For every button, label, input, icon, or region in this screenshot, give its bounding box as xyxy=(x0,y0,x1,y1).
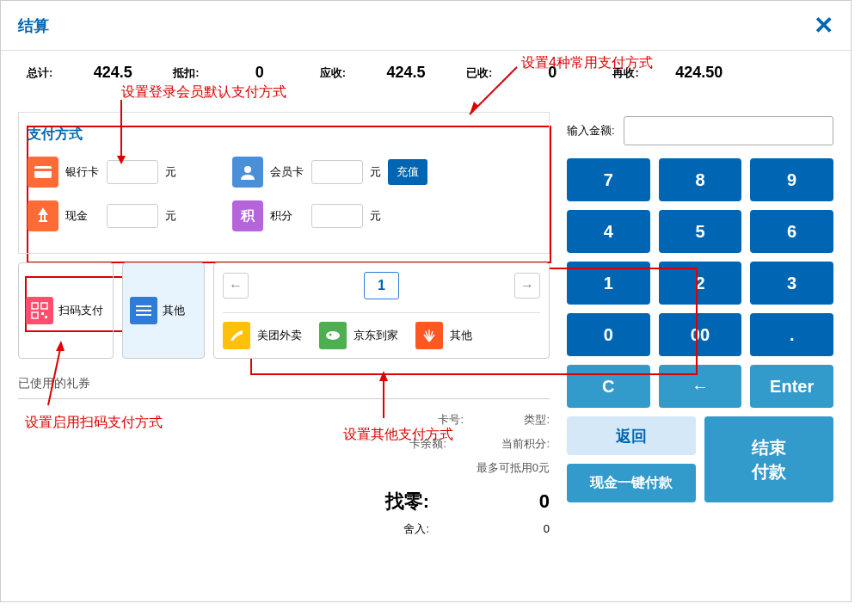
key-7[interactable]: 7 xyxy=(567,158,650,201)
payment-input[interactable] xyxy=(107,204,158,228)
shell-icon xyxy=(415,322,443,349)
back-button[interactable]: 返回 xyxy=(567,416,696,455)
prev-page-button[interactable]: ← xyxy=(223,273,249,299)
key-enter[interactable]: Enter xyxy=(750,365,833,408)
deduct-value: 0 xyxy=(225,64,294,82)
key-9[interactable]: 9 xyxy=(750,158,833,201)
payment-label: 扫码支付 xyxy=(58,303,106,318)
payment-label: 现金 xyxy=(65,208,100,224)
svg-line-4 xyxy=(48,345,61,405)
annotation-text: 设置启用扫码支付方式 xyxy=(25,414,163,432)
finish-payment-button[interactable]: 结束 付款 xyxy=(704,416,833,502)
max-deduct-label: 最多可抵用0元 xyxy=(477,460,550,476)
item-label: 京东到家 xyxy=(354,328,398,343)
svg-rect-12 xyxy=(41,303,47,309)
unit-label: 元 xyxy=(165,164,176,180)
payment-label: 会员卡 xyxy=(270,164,304,180)
payment-input[interactable] xyxy=(311,204,363,228)
other-misc[interactable]: 其他 xyxy=(415,322,472,349)
page-number[interactable]: 1 xyxy=(364,272,399,299)
key-8[interactable]: 8 xyxy=(659,158,742,201)
other-meituan[interactable]: 美团外卖 xyxy=(223,322,302,349)
change-label: 找零: xyxy=(385,489,429,514)
recharge-button[interactable]: 充值 xyxy=(388,159,427,185)
payment-input[interactable] xyxy=(311,160,363,184)
curr-points-label: 当前积分: xyxy=(481,436,550,452)
item-label: 其他 xyxy=(450,328,472,343)
remain-value: 424.50 xyxy=(665,64,734,82)
unit-label: 元 xyxy=(165,208,176,224)
payment-label: 积分 xyxy=(270,208,304,224)
payment-other[interactable]: 其他 xyxy=(122,262,205,359)
amount-input[interactable] xyxy=(624,116,833,145)
page-title: 结算 xyxy=(18,15,49,36)
jd-icon xyxy=(319,322,347,349)
svg-point-20 xyxy=(329,334,332,336)
svg-point-19 xyxy=(326,331,340,340)
change-value: 0 xyxy=(481,490,550,513)
key-4[interactable]: 4 xyxy=(567,210,650,253)
type-label: 类型: xyxy=(498,412,550,428)
cash-pay-button[interactable]: 现金一键付款 xyxy=(567,464,696,502)
svg-rect-14 xyxy=(41,312,44,315)
close-icon[interactable]: ✕ xyxy=(814,11,833,40)
svg-rect-8 xyxy=(34,166,52,178)
used-coupon-label: 已使用的礼券 xyxy=(18,376,550,399)
annotation-text: 设置4种常用支付方式 xyxy=(521,54,653,72)
key-dot[interactable]: . xyxy=(750,313,833,356)
payment-label: 其他 xyxy=(163,303,197,318)
payment-label: 银行卡 xyxy=(65,164,100,180)
payment-section-title: 支付方式 xyxy=(28,121,540,157)
item-label: 美团外卖 xyxy=(257,328,302,343)
list-icon xyxy=(130,297,157,324)
amount-label: 输入金额: xyxy=(567,123,615,139)
annotation-text: 设置登录会员默认支付方式 xyxy=(121,83,286,102)
svg-rect-15 xyxy=(45,316,47,318)
unit-label: 元 xyxy=(370,208,381,224)
round-value: 0 xyxy=(481,522,550,535)
svg-rect-9 xyxy=(34,169,52,171)
payment-member[interactable]: 会员卡 元 充值 xyxy=(232,157,427,188)
annotation-text: 设置其他支付方式 xyxy=(343,426,453,444)
svg-rect-13 xyxy=(32,312,38,318)
should-label: 应收: xyxy=(320,65,346,81)
key-3[interactable]: 3 xyxy=(750,262,833,305)
payment-points[interactable]: 积 积分 元 xyxy=(232,200,381,231)
meituan-icon xyxy=(223,322,250,349)
unit-label: 元 xyxy=(370,164,381,180)
total-value: 424.5 xyxy=(78,64,147,82)
payment-bank[interactable]: 银行卡 元 xyxy=(28,157,176,188)
key-5[interactable]: 5 xyxy=(659,210,742,253)
total-label: 总计: xyxy=(27,65,52,81)
qrcode-icon xyxy=(26,297,53,324)
svg-marker-3 xyxy=(117,156,126,164)
next-page-button[interactable]: → xyxy=(514,273,540,299)
key-6[interactable]: 6 xyxy=(750,210,833,253)
should-value: 424.5 xyxy=(372,64,440,82)
svg-point-10 xyxy=(244,166,251,173)
other-payment-popup: ← 1 → 美团外卖 京东到家 xyxy=(213,262,550,359)
payment-cash[interactable]: 现金 元 xyxy=(28,200,176,231)
svg-rect-11 xyxy=(32,303,38,309)
deduct-label: 抵扣: xyxy=(173,65,199,81)
other-jd[interactable]: 京东到家 xyxy=(319,322,398,349)
svg-marker-5 xyxy=(56,341,65,351)
svg-marker-7 xyxy=(379,371,388,381)
round-label: 舍入: xyxy=(403,521,429,537)
